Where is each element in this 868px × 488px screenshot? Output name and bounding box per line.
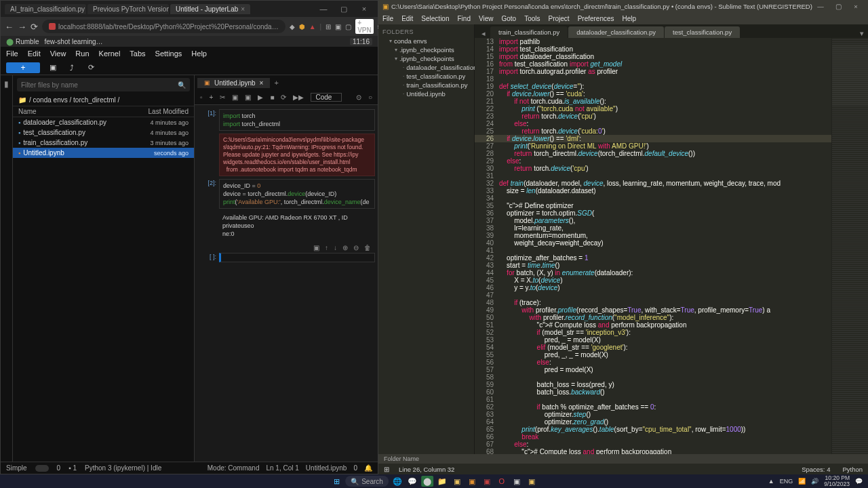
browser-tab[interactable]: Previous PyTorch Versions | PyTorc	[87, 4, 169, 14]
task-icon[interactable]: 🌐	[391, 476, 403, 487]
tab-dropdown-icon[interactable]: ▾	[856, 29, 868, 38]
code-cell-active[interactable]	[219, 253, 375, 262]
move-down-icon[interactable]: ↓	[334, 244, 337, 251]
bookmark-item[interactable]: ⬤Rumble	[6, 38, 39, 45]
menu-tools[interactable]: Tools	[524, 15, 540, 22]
task-icon[interactable]: ⬤	[421, 476, 433, 487]
menu-project[interactable]: Project	[549, 15, 570, 22]
breadcrumb[interactable]: 📁 / conda envs / torch_directml /	[13, 94, 194, 106]
refresh-icon[interactable]: ⟳	[85, 62, 97, 74]
new-launcher-button[interactable]: +	[6, 62, 40, 73]
minimap[interactable]	[831, 38, 868, 454]
ext-icon[interactable]: ▢	[345, 23, 351, 30]
editor-tab[interactable]: dataloader_classification.py	[568, 26, 664, 38]
menu-file[interactable]: File	[382, 15, 393, 22]
task-icon[interactable]: ▣	[481, 476, 493, 487]
menu-preferences[interactable]: Preferences	[578, 15, 614, 22]
console-icon[interactable]: ⊞	[384, 466, 389, 473]
indent-setting[interactable]: Spaces: 4	[802, 466, 830, 473]
close-icon[interactable]: ×	[355, 3, 374, 15]
code-editor[interactable]: 1314151617181920212223242526272829303132…	[475, 38, 868, 454]
minimize-icon[interactable]: —	[812, 3, 829, 10]
tray-chevron-icon[interactable]: ▲	[768, 478, 774, 485]
add-cell-icon[interactable]: +	[210, 94, 214, 101]
file-row[interactable]: ▪test_classification.py4 minutes ago	[13, 127, 194, 138]
bookmark-item[interactable]: few-shot learning…	[44, 38, 102, 45]
menu-tabs[interactable]: Tabs	[130, 49, 145, 58]
tray-clock[interactable]: 10:20 PM9/10/2023	[824, 475, 850, 487]
menu-file[interactable]: File	[6, 49, 18, 58]
ext-icon[interactable]: ⬢	[299, 23, 305, 30]
task-icon[interactable]: 💬	[406, 476, 418, 487]
tree-file[interactable]: ·Untitled.ipynb	[380, 89, 473, 98]
file-row[interactable]: ▪dataloader_classification.py4 minutes a…	[13, 117, 194, 127]
tree-folder[interactable]: ▾.ipynb_checkpoints	[380, 54, 473, 63]
menu-help[interactable]: Help	[191, 49, 207, 58]
restart-icon[interactable]: ⟳	[281, 94, 286, 101]
add-tab-icon[interactable]: +	[270, 79, 282, 87]
menu-edit[interactable]: Edit	[28, 49, 41, 58]
start-button[interactable]: ⊞	[330, 476, 342, 487]
ext-icon[interactable]: ▣	[335, 23, 341, 30]
run-icon[interactable]: ▶	[258, 94, 263, 101]
reload-icon[interactable]: ⟳	[31, 20, 38, 33]
menu-kernel[interactable]: Kernel	[99, 49, 121, 58]
menu-find[interactable]: Find	[458, 15, 471, 22]
editor-tab[interactable]: test_classification.py	[665, 26, 740, 38]
close-icon[interactable]: ×	[241, 5, 245, 13]
ext-icon[interactable]: ▲	[309, 23, 316, 30]
close-icon[interactable]: ×	[260, 79, 264, 87]
tree-folder[interactable]: ▾.ipynb_checkpoints	[380, 45, 473, 54]
tree-file[interactable]: ·dataloader_classification.py	[380, 63, 473, 72]
maximize-icon[interactable]: ▢	[830, 3, 846, 10]
file-row[interactable]: ▪Untitled.ipynbseconds ago	[13, 148, 194, 158]
back-icon[interactable]: ←	[5, 20, 14, 33]
file-row[interactable]: ▪train_classification.py3 minutes ago	[13, 138, 194, 148]
menu-view[interactable]: View	[50, 49, 66, 58]
toggle-switch[interactable]	[35, 465, 49, 472]
menu-view[interactable]: View	[479, 15, 494, 22]
url-bar[interactable]: localhost:8888/lab/tree/Desktop/Python%2…	[42, 20, 285, 33]
cell-type-select[interactable]: Code	[311, 93, 342, 102]
code-cell[interactable]: device_ID = 0device = torch_directml.dev…	[219, 179, 375, 209]
maximize-icon[interactable]: ▢	[334, 3, 353, 15]
ext-icon[interactable]: ◆	[290, 23, 295, 30]
simple-toggle[interactable]: Simple	[6, 464, 27, 472]
menu-edit[interactable]: Edit	[401, 15, 413, 22]
kernel-status[interactable]: Python 3 (ipykernel) | Idle	[85, 464, 161, 472]
tray-wifi-icon[interactable]: 📶	[798, 478, 806, 485]
syntax-setting[interactable]: Python	[842, 466, 863, 473]
kernel-icon[interactable]: ⊙	[356, 94, 361, 101]
upload-icon[interactable]: ⤴	[66, 62, 78, 74]
insert-above-icon[interactable]: ⊕	[342, 244, 348, 251]
tray-lang[interactable]: ENG	[780, 478, 793, 485]
terminal-icon[interactable]: ▪ 1	[68, 464, 77, 472]
task-icon-opera[interactable]: O	[496, 476, 508, 487]
code-cell[interactable]: import torchimport torch_directml	[219, 109, 375, 131]
task-icon[interactable]: ▣	[526, 476, 538, 487]
browser-tab-active[interactable]: Untitled - JupyterLab×	[170, 4, 250, 14]
copy-icon[interactable]: ▣	[232, 94, 238, 101]
taskbar-search[interactable]: 🔍 Search	[345, 476, 389, 487]
stop-icon[interactable]: ■	[270, 94, 274, 101]
tree-file[interactable]: ·train_classification.py	[380, 81, 473, 89]
duplicate-icon[interactable]: ▣	[313, 244, 319, 251]
tray-notifications-icon[interactable]: 💬	[855, 478, 863, 485]
tray-volume-icon[interactable]: 🔊	[811, 478, 818, 485]
menu-help[interactable]: Help	[623, 15, 637, 22]
run-all-icon[interactable]: ▶▶	[293, 94, 304, 101]
save-icon[interactable]: ▫	[200, 94, 203, 101]
tree-folder[interactable]: ▾conda envs	[380, 37, 473, 45]
forward-icon[interactable]: →	[18, 20, 26, 33]
insert-below-icon[interactable]: ⊖	[353, 244, 359, 251]
tree-file[interactable]: ·test_classification.py	[380, 72, 473, 81]
task-icon-explorer[interactable]: 📁	[436, 476, 448, 487]
new-folder-icon[interactable]: ▣	[47, 62, 59, 74]
menu-settings[interactable]: Settings	[155, 49, 182, 58]
tab-menu-icon[interactable]: ◂	[477, 29, 490, 38]
move-up-icon[interactable]: ↑	[325, 244, 328, 251]
bell-icon[interactable]: 🔔	[364, 464, 372, 472]
file-filter-input[interactable]: Filter files by name 🔍	[17, 78, 190, 92]
delete-icon[interactable]: 🗑	[364, 244, 371, 251]
close-icon[interactable]: ×	[848, 3, 864, 10]
